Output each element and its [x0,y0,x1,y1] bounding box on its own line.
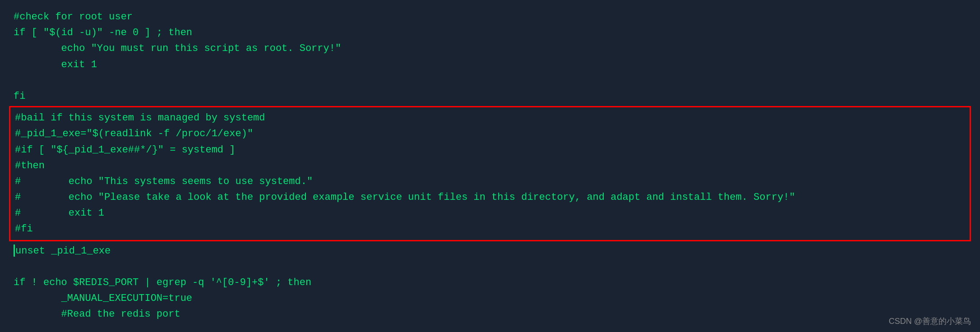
code-viewer: #check for root user if [ "$(id -u)" -ne… [0,0,980,332]
code-line: # echo "This systems seems to use system… [15,174,965,189]
code-line-cursor: unset _pid_1_exe [14,243,966,259]
code-line: # exit 1 [15,205,965,221]
code-line: exit 1 [14,57,966,73]
code-line: #_pid_1_exe="$(readlink -f /proc/1/exe)" [15,126,965,142]
code-line: _MANUAL_EXECUTION=true [14,290,966,306]
code-line: # echo "Please take a look at the provid… [15,189,965,205]
code-line: #then [15,158,965,174]
code-line: #Read the redis port [14,306,966,322]
code-line: #bail if this system is managed by syste… [15,110,965,126]
code-line [14,323,966,332]
code-line: echo "You must run this script as root. … [14,41,966,56]
highlighted-code-block: #bail if this system is managed by syste… [9,106,971,241]
code-line: #if [ "${_pid_1_exe##*/}" = systemd ] [15,142,965,158]
code-line-fi: fi [14,88,966,104]
code-line: #fi [15,221,965,237]
code-line: if [ "$(id -u)" -ne 0 ] ; then [14,25,966,41]
code-line-empty [14,73,966,88]
code-line: #check for root user [14,9,966,25]
watermark: CSDN @善意的小菜鸟 [889,316,971,327]
code-line-empty [14,259,966,275]
code-line: if ! echo $REDIS_PORT | egrep -q '^[0-9]… [14,275,966,290]
text-cursor [14,244,15,256]
